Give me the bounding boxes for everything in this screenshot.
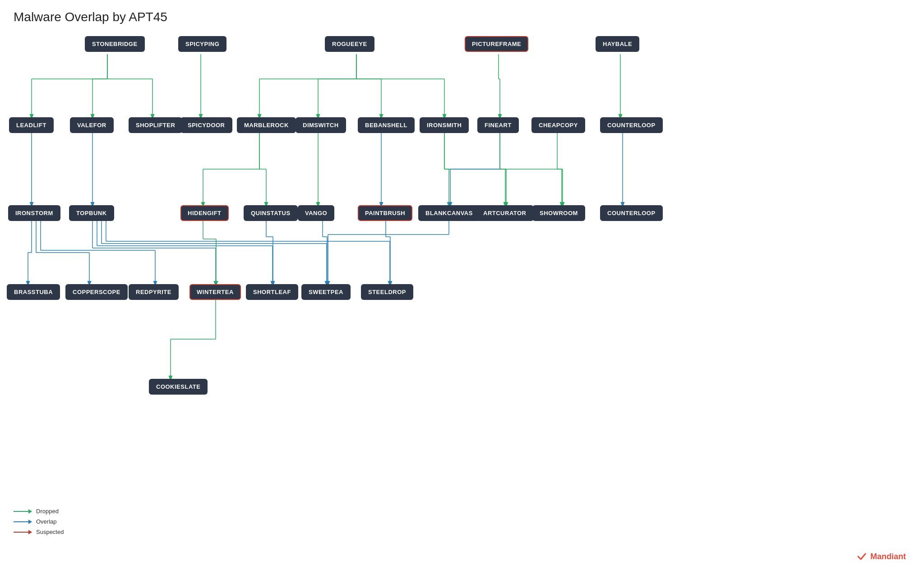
node-spicyping: SPICYPING bbox=[178, 36, 226, 52]
node-shoplifter: SHOPLIFTER bbox=[129, 117, 182, 133]
legend: Dropped Overlap Suspected bbox=[14, 508, 64, 539]
node-bebanshell: BEBANSHELL bbox=[358, 117, 415, 133]
node-ironsmith: IRONSMITH bbox=[420, 117, 469, 133]
node-paintbrush: PAINTBRUSH bbox=[358, 205, 412, 221]
node-copperscope: COPPERSCOPE bbox=[65, 284, 128, 300]
mandiant-check-icon bbox=[857, 552, 867, 561]
node-leadlift: LEADLIFT bbox=[9, 117, 54, 133]
suspected-line-icon bbox=[14, 532, 32, 533]
node-hidengift: HIDENGIFT bbox=[180, 205, 229, 221]
dropped-line-icon bbox=[14, 511, 32, 512]
legend-suspected: Suspected bbox=[14, 529, 64, 535]
node-vango: VANGO bbox=[298, 205, 334, 221]
node-counterloop-top: COUNTERLOOP bbox=[600, 117, 663, 133]
node-counterloop-bot: COUNTERLOOP bbox=[600, 205, 663, 221]
node-shortleaf: SHORTLEAF bbox=[246, 284, 298, 300]
node-sweetpea: SWEETPEA bbox=[301, 284, 351, 300]
node-cheapcopy: CHEAPCOPY bbox=[531, 117, 585, 133]
node-pictureframe: PICTUREFRAME bbox=[465, 36, 528, 52]
node-stonebridge: STONEBRIDGE bbox=[85, 36, 145, 52]
mandiant-logo: Mandiant bbox=[857, 552, 906, 561]
node-valefor: VALEFOR bbox=[70, 117, 114, 133]
overlap-line-icon bbox=[14, 521, 32, 522]
legend-suspected-label: Suspected bbox=[36, 529, 64, 535]
node-blankcanvas: BLANKCANVAS bbox=[418, 205, 480, 221]
node-dimswitch: DIMSWITCH bbox=[296, 117, 346, 133]
node-artcurator: ARTCURATOR bbox=[476, 205, 534, 221]
legend-overlap: Overlap bbox=[14, 518, 64, 525]
node-quinstatus: QUINSTATUS bbox=[244, 205, 298, 221]
node-rogueeye: ROGUEEYE bbox=[325, 36, 374, 52]
node-marblerock: MARBLEROCK bbox=[237, 117, 296, 133]
legend-dropped-label: Dropped bbox=[36, 508, 59, 515]
mandiant-label: Mandiant bbox=[870, 552, 906, 561]
node-cookieslate: COOKIESLATE bbox=[149, 379, 208, 395]
legend-overlap-label: Overlap bbox=[36, 518, 57, 525]
node-spicydoor: SPICYDOOR bbox=[180, 117, 232, 133]
node-steeldrop: STEELDROP bbox=[361, 284, 413, 300]
node-showroom: SHOWROOM bbox=[532, 205, 585, 221]
node-ironstorm: IRONSTORM bbox=[8, 205, 60, 221]
node-redpyrite: REDPYRITE bbox=[129, 284, 179, 300]
legend-dropped: Dropped bbox=[14, 508, 64, 515]
node-haybale: HAYBALE bbox=[596, 36, 639, 52]
node-fineart: FINEART bbox=[477, 117, 519, 133]
page-title: Malware Overlap by APT45 bbox=[14, 10, 167, 24]
node-wintertea: WINTERTEA bbox=[189, 284, 241, 300]
node-brasstuba: BRASSTUBA bbox=[7, 284, 60, 300]
node-topbunk: TOPBUNK bbox=[69, 205, 114, 221]
